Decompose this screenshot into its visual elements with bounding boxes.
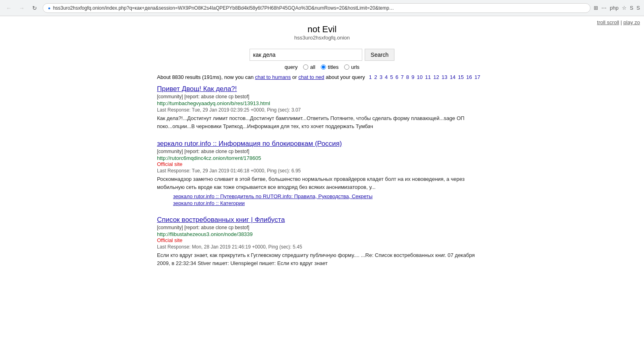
result-url-3[interactable]: http://flibustahezeous3.onion/node/38339 <box>157 231 487 237</box>
bookmarks-icon: ⊞ <box>594 5 598 11</box>
summary-text: About 8830 results (191ms), now you can <box>157 74 254 80</box>
search-input[interactable] <box>250 49 362 61</box>
chat-ned-link[interactable]: chat to ned <box>298 74 324 80</box>
search-section: Search query all titles urls <box>0 49 644 70</box>
page-link-13[interactable]: 13 <box>442 74 447 80</box>
forward-button[interactable]: → <box>17 3 27 13</box>
result-title-2: зеркало rutor.info :: Информация по блок… <box>157 140 487 148</box>
site-title: not Evil <box>0 24 644 35</box>
reload-button[interactable]: ↻ <box>30 3 39 13</box>
browser-actions: ⊞ ⋯ php ☆ S S <box>594 5 640 11</box>
result-meta-2: [community] [report: abuse clone cp best… <box>157 149 487 154</box>
urls-radio[interactable] <box>344 64 349 70</box>
search-options: query all titles urls <box>0 64 644 70</box>
result-official-3: Official site <box>157 237 487 243</box>
page-link-17[interactable]: 17 <box>475 74 480 80</box>
page-link-5[interactable]: 5 <box>390 74 393 80</box>
titles-radio-label[interactable]: titles <box>321 64 339 70</box>
results-summary: About 8830 results (191ms), now you can … <box>157 74 487 80</box>
chat-humans-link[interactable]: chat to humans <box>255 74 291 80</box>
all-radio-label[interactable]: all <box>303 64 315 70</box>
more-icon[interactable]: ⋯ <box>601 5 607 11</box>
suffix-text: about your query <box>326 74 365 80</box>
address-text: hss3uro2hsxfogfq.onion/index.php?q=как+д… <box>53 5 585 11</box>
all-radio[interactable] <box>303 64 308 70</box>
result-item: Привет Двощ! Как дела?! [community] [rep… <box>157 85 487 130</box>
page-link-6[interactable]: 6 <box>396 74 398 80</box>
result-item-3: Список востребованных книг | Флибуста [c… <box>157 216 487 267</box>
page-link-1[interactable]: 1 <box>369 74 372 80</box>
page-link-11[interactable]: 11 <box>425 74 431 80</box>
result-url-1[interactable]: http://tumbachegvyaadyq.onion/b/res/1391… <box>157 100 487 106</box>
page-link-12[interactable]: 12 <box>433 74 439 80</box>
search-form: Search <box>250 49 394 61</box>
page-link-15[interactable]: 15 <box>458 74 464 80</box>
page-link-14[interactable]: 14 <box>450 74 455 80</box>
result-ping-1: Last Response: Tue, 29 Jan 2019 02:39:25… <box>157 107 487 113</box>
page-link-9[interactable]: 9 <box>411 74 414 80</box>
page-link-10[interactable]: 10 <box>417 74 423 80</box>
site-header: not Evil hss3uro2hsxfogfq.onion <box>0 24 644 41</box>
query-label: query <box>285 64 298 70</box>
sub-link-2-1[interactable]: зеркало rutor.info :: Путеводитель по RU… <box>173 193 487 199</box>
page-link-4[interactable]: 4 <box>385 74 388 80</box>
page-link-16[interactable]: 16 <box>466 74 472 80</box>
all-label: all <box>310 64 315 70</box>
results-area: About 8830 results (191ms), now you can … <box>141 74 503 267</box>
ext1-icon[interactable]: S <box>630 5 634 11</box>
page-wrapper: not Evil hss3uro2hsxfogfq.onion Search q… <box>0 16 644 285</box>
ext2-icon[interactable]: S <box>636 5 640 11</box>
address-bar[interactable]: ● hss3uro2hsxfogfq.onion/index.php?q=как… <box>43 3 590 13</box>
urls-label: urls <box>351 64 359 70</box>
sub-links-2: зеркало rutor.info :: Путеводитель по RU… <box>157 193 487 206</box>
titles-radio[interactable] <box>321 64 326 70</box>
result-url-2[interactable]: http://rutorc6mqdinc4cz.onion/torrent/17… <box>157 155 487 161</box>
star-icon[interactable]: ☆ <box>622 5 627 11</box>
result-ping-2: Last Response: Tue, 29 Jan 2019 01:46:18… <box>157 168 487 174</box>
result-link-1[interactable]: Привет Двощ! Как дела?! <box>157 85 237 93</box>
back-button[interactable]: ← <box>4 3 14 13</box>
result-link-3[interactable]: Список востребованных книг | Флибуста <box>157 216 285 224</box>
page-link-3[interactable]: 3 <box>380 74 382 80</box>
result-link-2[interactable]: зеркало rutor.info :: Информация по блок… <box>157 140 342 147</box>
result-title-3: Список востребованных книг | Флибуста <box>157 216 487 224</box>
result-snippet-3: Если кто вдруг знает, как прикрутить к Г… <box>157 251 487 267</box>
urls-radio-label[interactable]: urls <box>344 64 359 70</box>
page-link-8[interactable]: 8 <box>406 74 409 80</box>
result-ping-3: Last Response: Mon, 28 Jan 2019 21:46:19… <box>157 244 487 250</box>
page-link-2[interactable]: 2 <box>374 74 377 80</box>
result-title-1: Привет Двощ! Как дела?! <box>157 85 487 93</box>
result-item-2: зеркало rutor.info :: Информация по блок… <box>157 140 487 206</box>
result-snippet-2: Роскомнадзор заметно сливает в этой битв… <box>157 175 487 191</box>
or-text: or <box>292 74 297 80</box>
secure-icon: ● <box>48 6 51 10</box>
pagination: 1234567891011121314151617 <box>369 74 480 80</box>
result-snippet-1: Как дела?!...Достигнут лимит постов...До… <box>157 114 487 130</box>
browser-chrome: ← → ↻ ● hss3uro2hsxfogfq.onion/index.php… <box>0 0 644 16</box>
search-button[interactable]: Search <box>365 49 394 61</box>
result-meta-3: [community] [report: abuse clone cp best… <box>157 225 487 230</box>
sub-link-2-2[interactable]: зеркало rutor.info :: Категории <box>173 200 487 206</box>
page-link-7[interactable]: 7 <box>401 74 404 80</box>
result-official-2: Official site <box>157 161 487 167</box>
titles-label: titles <box>328 64 339 70</box>
site-url: hss3uro2hsxfogfq.onion <box>0 35 644 41</box>
php-label: php <box>610 5 619 11</box>
result-meta-1: [community] [report: abuse clone cp best… <box>157 94 487 99</box>
